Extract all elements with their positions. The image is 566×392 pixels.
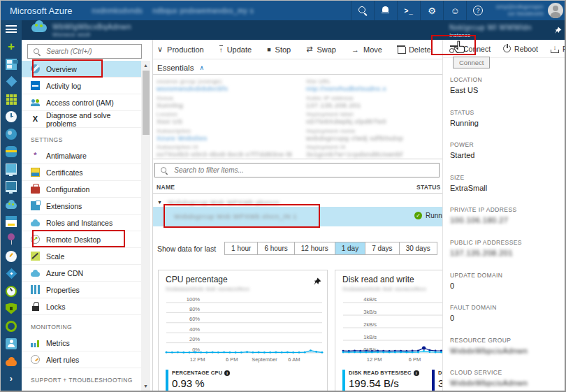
advisor-ring-icon[interactable] bbox=[1, 317, 22, 335]
sidebar-item-extensions[interactable]: Extensions bbox=[22, 198, 142, 215]
essentials-header[interactable]: Essentials ∧ bbox=[157, 64, 204, 72]
essentials-value-redacted[interactable]: niip://xsnvhudbxlsudnx.x bbox=[306, 85, 440, 92]
search-icon[interactable] bbox=[351, 1, 374, 20]
production-button[interactable]: ∨Production bbox=[157, 45, 204, 54]
stop-button[interactable]: ■Stop bbox=[267, 45, 291, 54]
sql-server-icon[interactable] bbox=[1, 212, 22, 230]
chart-area: 4kB/s3kB/s2kB/s1kB/s0kB/s12 PM6 PMSeptem… bbox=[336, 296, 442, 371]
move-button[interactable]: →Move bbox=[351, 45, 382, 54]
avatar[interactable] bbox=[548, 3, 563, 18]
menu-search-input[interactable] bbox=[45, 47, 137, 56]
brand[interactable]: Microsoft Azure bbox=[10, 6, 73, 16]
database-icon[interactable] bbox=[1, 143, 22, 160]
scrollbar-up-icon[interactable]: ▲ bbox=[141, 61, 150, 70]
sidebar-item-certificates[interactable]: Certificates bbox=[22, 164, 142, 181]
sidebar-item-overview[interactable]: Overview bbox=[22, 61, 142, 78]
new-resource-plus-icon[interactable]: + bbox=[1, 38, 22, 55]
cube-icon bbox=[6, 76, 17, 87]
legend-item: PERCENTAGE CPUi0.93 % bbox=[166, 370, 255, 391]
reboot-icon bbox=[503, 45, 511, 52]
expand-chevron-icon[interactable]: › bbox=[1, 370, 22, 387]
virtual-machine-classic-icon[interactable] bbox=[1, 177, 22, 195]
sidebar-item-activity-log[interactable]: Activity log bbox=[22, 78, 142, 94]
update-button[interactable]: ↑Update bbox=[219, 45, 252, 54]
scale-label: Scale bbox=[46, 252, 64, 261]
sidebar-item-access-control-iam-[interactable]: Access control (IAM) bbox=[22, 94, 142, 111]
stop-label: Stop bbox=[275, 45, 291, 54]
cloud-shell-icon[interactable]: >_ bbox=[397, 1, 420, 20]
recent-clock-icon[interactable] bbox=[1, 108, 22, 125]
update-label: Update bbox=[227, 45, 252, 54]
reboot-label: Reboot bbox=[514, 45, 538, 53]
field-label: RESOURCE GROUP bbox=[450, 337, 562, 344]
swap-button[interactable]: ⇄Swap bbox=[306, 45, 336, 54]
sidebar-item-metrics[interactable]: Metrics bbox=[22, 335, 142, 351]
menu-search-box[interactable] bbox=[27, 44, 142, 59]
collapse-triangle-icon[interactable]: ▼ bbox=[157, 200, 162, 205]
pin-icon[interactable] bbox=[313, 276, 321, 289]
security-shield-icon bbox=[6, 303, 17, 314]
cpu-chart-card[interactable]: CPU percentageXxdswsebfclb ibdl xsvwcxfb… bbox=[158, 270, 328, 392]
cloud-services-icon[interactable] bbox=[1, 195, 22, 212]
connect-button[interactable]: Connect bbox=[450, 45, 491, 53]
virtual-machine-icon[interactable] bbox=[1, 160, 22, 177]
collapse-caret-icon[interactable]: ∧ bbox=[199, 64, 204, 71]
sidebar-item-antimalware[interactable]: *Antimalware bbox=[22, 147, 142, 164]
column-status: STATUS bbox=[416, 184, 441, 191]
sidebar-item-properties[interactable]: Properties bbox=[22, 282, 142, 298]
users-icon[interactable] bbox=[1, 335, 22, 352]
range-1-day[interactable]: 1 day bbox=[335, 242, 365, 255]
chart-title: Disk read and write bbox=[342, 275, 442, 284]
monitor-gauge-icon[interactable] bbox=[1, 282, 22, 300]
sidebar-item-scale[interactable]: Scale bbox=[22, 248, 142, 265]
essentials-value-redacted[interactable]: wsxsmwsdvdxbdvcbfx bbox=[157, 85, 300, 92]
azure-ad-diamond-icon[interactable] bbox=[1, 265, 22, 282]
roles-and-instances-label: Roles and Instances bbox=[46, 219, 113, 227]
account-info[interactable]: smyQlcdkgxnqsn sd fdsddvsfd bbox=[496, 3, 544, 17]
scrollbar-down-icon[interactable]: ▼ bbox=[141, 382, 150, 391]
settings-gear-icon[interactable]: ⚙ bbox=[420, 1, 443, 20]
scrollbar-thumb[interactable] bbox=[143, 71, 150, 135]
sidebar-item-azure-cdn[interactable]: Azure CDN bbox=[22, 265, 142, 282]
range-7-days[interactable]: 7 days bbox=[365, 242, 399, 255]
panel-subtitle: Instance bbox=[449, 32, 470, 38]
filter-box[interactable] bbox=[154, 163, 440, 177]
all-resources-icon[interactable] bbox=[1, 90, 22, 108]
sidebar-item-roles-and-instances[interactable]: Roles and Instances bbox=[22, 215, 142, 231]
sidebar-item-configuration[interactable]: Configuration bbox=[22, 181, 142, 198]
essentials-value-redacted[interactable]: Xzure Wxbslies bbox=[157, 134, 300, 142]
range-1-hour[interactable]: 1 hour bbox=[224, 242, 258, 255]
sidebar-item-locks[interactable]: Locks bbox=[22, 298, 142, 315]
speedometer-icon[interactable] bbox=[1, 247, 22, 265]
reimage-button[interactable]: ↓Reimage bbox=[551, 45, 566, 53]
instance-row[interactable]: Wxbdxgrcup Wxb WPXWb xlncn_IN 1 ✓ Runnin… bbox=[153, 207, 442, 226]
range-12-hours[interactable]: 12 hours bbox=[295, 242, 335, 255]
sidebar-item-diagnose-and-solve-problems[interactable]: XDiagnose and solve problems bbox=[22, 111, 142, 128]
help-icon[interactable]: ? bbox=[466, 1, 489, 20]
hamburger-menu-icon[interactable] bbox=[1, 20, 22, 38]
filter-input[interactable] bbox=[173, 166, 435, 175]
reboot-button[interactable]: Reboot bbox=[503, 45, 538, 53]
sidebar-item-remote-desktop[interactable]: Remote Desktop bbox=[22, 231, 142, 248]
pin-icon[interactable] bbox=[554, 24, 562, 37]
menu-section-settings: SETTINGS bbox=[22, 128, 142, 147]
range-30-days[interactable]: 30 days bbox=[400, 242, 437, 255]
feedback-smiley-icon[interactable]: ☺ bbox=[443, 1, 466, 20]
sidebar-item-alert-rules[interactable]: Alert rules bbox=[22, 351, 142, 368]
disk-chart-card[interactable]: Disk read and writeXxdswsebfclb ibdl xsv… bbox=[335, 270, 442, 392]
delete-button[interactable]: Delete bbox=[398, 45, 431, 54]
table-group-row[interactable]: ▼ Wxbdxgrcup Wxb WPXWb pbxncn bbox=[153, 196, 442, 208]
cube-icon[interactable] bbox=[1, 73, 22, 90]
field-update-domain: UPDATE DOMAIN0 bbox=[450, 272, 562, 305]
app-services-globe-icon[interactable] bbox=[1, 125, 22, 143]
dashboard-icon[interactable] bbox=[1, 55, 22, 73]
balloon-icon[interactable] bbox=[1, 230, 22, 247]
range-6-hours[interactable]: 6 hours bbox=[258, 242, 294, 255]
marketplace-cloud-icon[interactable] bbox=[1, 352, 22, 370]
svg-text:September: September bbox=[252, 356, 277, 363]
essentials-value-redacted: Xunnlng bbox=[157, 101, 300, 109]
notifications-bell-icon[interactable] bbox=[374, 1, 397, 20]
chart-plot: 4kB/s3kB/s2kB/s1kB/s0kB/s12 PM6 PMSeptem… bbox=[336, 296, 442, 368]
security-shield-icon[interactable] bbox=[1, 300, 22, 317]
menu-scrollbar[interactable]: ▲ ▼ bbox=[141, 61, 150, 391]
